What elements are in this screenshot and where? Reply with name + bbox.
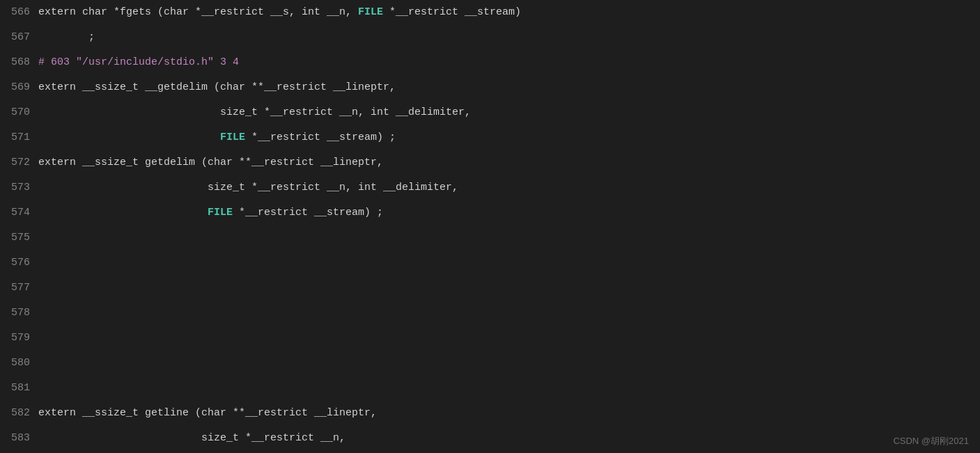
line-number: 573: [0, 175, 38, 200]
code-line: 570 size_t *__restrict __n, int __delimi…: [0, 100, 980, 125]
code-line: 573 size_t *__restrict __n, int __delimi…: [0, 175, 980, 200]
line-content: extern __ssize_t getdelim (char **__rest…: [38, 150, 980, 175]
line-content: size_t *__restrict __n, int __delimiter,: [38, 100, 980, 125]
line-content: extern char *fgets (char *__restrict __s…: [38, 0, 980, 25]
code-line: 566extern char *fgets (char *__restrict …: [0, 0, 980, 25]
line-number: 583: [0, 426, 38, 451]
code-line: 569extern __ssize_t __getdelim (char **_…: [0, 75, 980, 100]
watermark: CSDN @胡刚2021: [893, 435, 969, 447]
line-number: 567: [0, 25, 38, 50]
line-number: 582: [0, 401, 38, 426]
line-content: extern __ssize_t __getdelim (char **__re…: [38, 75, 980, 100]
line-number: 570: [0, 100, 38, 125]
line-number: 578: [0, 301, 38, 326]
line-content: FILE *__restrict __stream) ;: [38, 125, 980, 150]
line-content: [38, 351, 980, 376]
line-content: [38, 376, 980, 401]
code-line: 572extern __ssize_t getdelim (char **__r…: [0, 150, 980, 175]
line-content: extern __ssize_t getline (char **__restr…: [38, 401, 980, 426]
line-content: size_t *__restrict __n,: [38, 426, 980, 451]
line-content: size_t *__restrict __n, int __delimiter,: [38, 175, 980, 200]
code-viewer: 566extern char *fgets (char *__restrict …: [0, 0, 980, 453]
line-number: 577: [0, 276, 38, 301]
line-number: 581: [0, 376, 38, 401]
line-number: 580: [0, 351, 38, 376]
line-content: [38, 276, 980, 301]
code-line: 577: [0, 276, 980, 301]
line-content: ;: [38, 25, 980, 50]
code-line: 574 FILE *__restrict __stream) ;: [0, 200, 980, 225]
line-content: [38, 225, 980, 251]
code-line: 583 size_t *__restrict __n,: [0, 426, 980, 451]
line-number: 579: [0, 326, 38, 351]
line-number: 571: [0, 125, 38, 150]
code-line: 576: [0, 251, 980, 276]
line-number: 574: [0, 200, 38, 225]
line-number: 572: [0, 150, 38, 175]
line-content: FILE *__restrict __stream) ;: [38, 200, 980, 225]
code-line: 578: [0, 301, 980, 326]
code-line: 571 FILE *__restrict __stream) ;: [0, 125, 980, 150]
line-content: [38, 251, 980, 276]
line-number: 568: [0, 50, 38, 75]
code-line: 568# 603 "/usr/include/stdio.h" 3 4: [0, 50, 980, 75]
code-line: 579: [0, 326, 980, 351]
code-line: 580: [0, 351, 980, 376]
line-content: [38, 301, 980, 326]
line-number: 566: [0, 0, 38, 25]
code-line: 575: [0, 225, 980, 251]
line-content: # 603 "/usr/include/stdio.h" 3 4: [38, 50, 980, 75]
code-line: 567 ;: [0, 25, 980, 50]
code-line: 581: [0, 376, 980, 401]
line-number: 569: [0, 75, 38, 100]
line-number: 576: [0, 251, 38, 276]
line-content: [38, 326, 980, 351]
code-line: 582extern __ssize_t getline (char **__re…: [0, 401, 980, 426]
line-number: 575: [0, 225, 38, 251]
